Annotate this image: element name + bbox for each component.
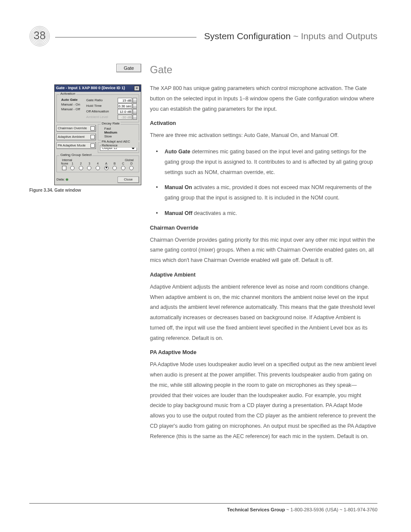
dialog-close-button[interactable]: Close xyxy=(118,177,139,183)
gate-dialog: Gate - Input 1 XAP 800 0 (Device ID 1) ×… xyxy=(54,84,141,185)
spinner-icon[interactable] xyxy=(133,98,137,103)
spinner-icon xyxy=(133,115,137,120)
opt-manual-on[interactable]: Manual - On xyxy=(61,103,86,107)
gating-group-row: None 1 2 3 4 A B C D xyxy=(59,162,137,170)
figure-caption: Figure 3.34. Gate window xyxy=(29,188,141,193)
gating-3[interactable] xyxy=(87,166,91,170)
gating-d[interactable] xyxy=(129,166,134,170)
bullet-manual-on: Manual On activates a mic, provided it d… xyxy=(159,183,377,203)
dialog-close-icon[interactable]: × xyxy=(134,86,140,91)
header-title-sub: Inputs and Outputs xyxy=(301,31,377,41)
pa-heading: PA Adaptive Mode xyxy=(150,349,377,355)
chairman-heading: Chairman Override xyxy=(150,225,377,231)
gating-b[interactable] xyxy=(112,166,117,170)
page-number: 38 xyxy=(34,29,46,42)
adaptive-paragraph: Adaptive Ambient adjusts the ambient ref… xyxy=(150,282,377,344)
hold-time-input[interactable] xyxy=(118,103,132,109)
decay-slow[interactable]: Slow xyxy=(104,135,137,139)
header-rule xyxy=(55,37,196,37)
gating-4[interactable] xyxy=(96,166,100,170)
gate-ratio-input[interactable] xyxy=(118,98,132,103)
page-header: 38 System Configuration ~ Inputs and Out… xyxy=(29,26,377,47)
opt-manual-off[interactable]: Manual - Off xyxy=(61,108,86,112)
pa-paragraph: PA Adaptive Mode uses loudspeaker audio … xyxy=(150,360,377,442)
chairman-paragraph: Chairman Override provides gating priori… xyxy=(150,235,377,266)
spinner-icon[interactable] xyxy=(133,103,137,109)
pa-adaptive-button[interactable]: PA Adaptive Mode xyxy=(56,142,96,149)
gating-none[interactable] xyxy=(62,166,66,170)
gating-2[interactable] xyxy=(79,166,83,170)
gating-1[interactable] xyxy=(70,166,75,170)
activation-heading: Activation xyxy=(150,120,377,126)
gating-c[interactable] xyxy=(121,166,125,170)
activation-paragraph: There are three mic activation settings:… xyxy=(150,131,377,141)
intro-paragraph: The XAP 800 has unique gating parameters… xyxy=(150,84,377,114)
gating-a[interactable] xyxy=(104,166,109,170)
header-title: System Configuration ~ Inputs and Output… xyxy=(204,31,377,41)
page-footer: Technical Services Group ~ 1-800-283-593… xyxy=(29,503,377,512)
header-title-main: System Configuration xyxy=(204,31,291,41)
bullet-manual-off: Manual Off deactivates a mic. xyxy=(159,208,377,219)
section-title: Gate xyxy=(150,64,377,76)
page-number-ornament: 38 xyxy=(29,26,50,47)
data-indicator-icon: ◉ xyxy=(65,177,68,181)
opt-auto-gate[interactable]: Auto Gate xyxy=(61,98,86,102)
adaptive-ambient-button[interactable]: Adaptive Ambient xyxy=(56,134,96,140)
bullet-auto-gate: Auto Gate determines mic gating based on… xyxy=(159,147,377,177)
chairman-override-button[interactable]: Chairman Override xyxy=(56,125,96,132)
gate-button[interactable]: Gate xyxy=(116,64,141,72)
off-atten-input[interactable] xyxy=(118,109,132,114)
ambient-level-input xyxy=(118,115,132,120)
activation-legend: Activation xyxy=(59,92,76,96)
spinner-icon[interactable] xyxy=(133,109,137,114)
dialog-title: Gate - Input 1 XAP 800 0 (Device ID 1) xyxy=(56,86,125,90)
adaptive-heading: Adaptive Ambient xyxy=(150,272,377,278)
